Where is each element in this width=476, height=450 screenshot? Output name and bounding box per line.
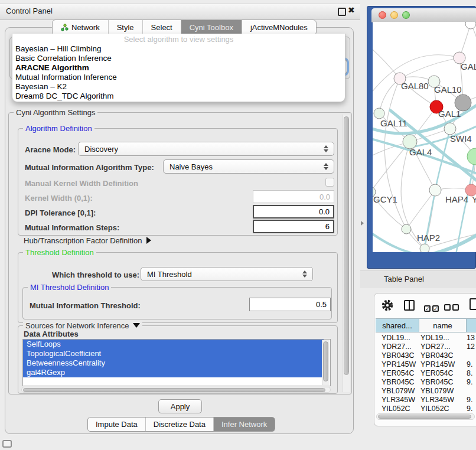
- table-column-header[interactable]: shared...: [376, 318, 419, 332]
- tab-cyni-toolbox[interactable]: Cyni Toolbox: [181, 20, 242, 35]
- manual-kernel-checkbox[interactable]: [325, 178, 334, 187]
- stepper-arrows-icon: [324, 162, 328, 171]
- file-icon[interactable]: [470, 298, 476, 310]
- settings-scrollbar-thumb[interactable]: [344, 116, 349, 375]
- algorithm-menu-item[interactable]: Dream8 DC_TDC Algorithm: [12, 92, 345, 101]
- close-window-icon[interactable]: [379, 11, 386, 19]
- network-icon: [61, 24, 69, 31]
- attribute-list-item[interactable]: gal4RGexp: [23, 368, 324, 377]
- deselect-all-icon[interactable]: [444, 302, 459, 313]
- table-row[interactable]: YBR043CYBR043C: [376, 351, 476, 360]
- sources-group-title[interactable]: Sources for Network Inference: [23, 321, 142, 330]
- mi-type-combobox[interactable]: Naive Bayes: [163, 159, 334, 174]
- network-node[interactable]: [420, 244, 429, 252]
- tab-style[interactable]: Style: [108, 20, 142, 35]
- table-cell: YPR145W: [420, 360, 467, 369]
- sources-horizontal-scrollbar[interactable]: [21, 387, 331, 393]
- settings-vertical-scrollbar[interactable]: [343, 115, 350, 392]
- table-row[interactable]: YIL052CYIL052C9.: [376, 405, 476, 413]
- tab-infer-network[interactable]: Infer Network: [213, 418, 275, 431]
- table-row[interactable]: YER054CYER054C8.: [376, 369, 476, 378]
- table-header-row: shared...name: [376, 318, 476, 332]
- network-node[interactable]: [465, 22, 476, 29]
- network-node[interactable]: [467, 148, 476, 165]
- mi-steps-field[interactable]: 6: [253, 220, 334, 233]
- tab-discretize-data[interactable]: Discretize Data: [145, 418, 213, 431]
- table-row[interactable]: YDR27...YDR27...12: [376, 343, 476, 351]
- stepper-arrows-icon: [302, 270, 307, 278]
- checked-box-icon: ✓: [424, 305, 431, 312]
- network-node[interactable]: [444, 123, 456, 135]
- network-node-label: Y: [472, 194, 476, 204]
- table-column-header[interactable]: [467, 318, 476, 332]
- table-row[interactable]: YBR045CYBR045C9.: [376, 378, 476, 387]
- sources-hscrollbar-thumb[interactable]: [23, 388, 325, 392]
- dropdown-prompt: Select algorithm to view settings: [12, 34, 345, 44]
- settings-gear-icon[interactable]: [381, 299, 394, 312]
- table-row[interactable]: YDL19...YDL19...13: [376, 334, 476, 343]
- algorithm-menu-item[interactable]: Bayesian – Hill Climbing: [12, 44, 345, 54]
- float-window-icon[interactable]: [338, 8, 346, 16]
- table-row[interactable]: YLR345WYLR345W9.: [376, 396, 476, 405]
- algorithm-menu-item[interactable]: ARACNE Algorithm: [12, 63, 345, 73]
- table-cell: YDL19...: [382, 334, 419, 343]
- table-cell: YLR345W: [382, 396, 419, 405]
- tab-network-label: Network: [71, 23, 100, 32]
- aracne-mode-combobox[interactable]: Discovery: [78, 142, 334, 156]
- minimize-window-icon[interactable]: [390, 11, 398, 19]
- network-edge[interactable]: [384, 79, 406, 229]
- apply-button[interactable]: Apply: [158, 399, 202, 413]
- dropdown-items: Bayesian – Hill ClimbingBasic Correlatio…: [12, 44, 345, 102]
- table-horizontal-scrollbar[interactable]: [376, 413, 475, 420]
- network-node-label: SWI4: [450, 133, 472, 144]
- table-column-header[interactable]: name: [419, 318, 467, 332]
- list-scrollbar-thumb[interactable]: [323, 341, 328, 381]
- network-node[interactable]: [429, 184, 441, 196]
- attribute-list-item[interactable]: BetweennessCentrality: [23, 358, 324, 368]
- table-row[interactable]: YBL079WYBL079W: [376, 387, 476, 396]
- control-panel-titlebar: [0, 4, 360, 20]
- checked-box-icon: ✓: [432, 305, 439, 312]
- network-node[interactable]: [402, 224, 411, 234]
- network-node-label: GAL10: [434, 84, 462, 94]
- network-graph[interactable]: GALGAL80GAL10GAL1GAL11SWI4GAL4GCY1HAP4YH…: [373, 22, 476, 252]
- network-node[interactable]: [374, 108, 384, 119]
- network-node-label: GAL4: [409, 147, 432, 157]
- close-panel-icon[interactable]: ✖: [348, 5, 355, 15]
- table-cell: YER054C: [382, 369, 419, 378]
- which-threshold-combobox[interactable]: MI Threshold: [141, 267, 313, 281]
- network-canvas[interactable]: GALGAL80GAL10GAL1GAL11SWI4GAL4GCY1HAP4YH…: [373, 22, 476, 252]
- network-window-titlebar[interactable]: [371, 8, 476, 22]
- table-hscrollbar-thumb[interactable]: [378, 415, 471, 419]
- select-all-icon[interactable]: ✓✓: [424, 302, 439, 313]
- dpi-tolerance-field[interactable]: 0.0: [253, 205, 334, 219]
- table-cell: YDR27...: [382, 343, 419, 351]
- mi-threshold-group-title: MI Threshold Definition: [28, 283, 111, 292]
- algorithm-menu-item[interactable]: Bayesian – K2: [12, 82, 345, 92]
- tab-jactivemnodules[interactable]: jActiveMNodules: [242, 20, 316, 35]
- algorithm-menu-item[interactable]: Basic Correlation Inference: [12, 54, 345, 63]
- splitter-collapse-arrow[interactable]: [361, 221, 364, 226]
- network-edge[interactable]: [373, 45, 400, 79]
- column-layout-icon[interactable]: [404, 300, 415, 311]
- hub-section-toggle[interactable]: Hub/Transcription Factor Definition: [24, 236, 151, 245]
- tab-network[interactable]: Network: [53, 20, 108, 35]
- kernel-width-label: Kernel Width (0,1):: [25, 194, 93, 203]
- table-cell: 8.: [467, 369, 476, 378]
- table-row[interactable]: YPR145WYPR145W9.: [376, 360, 476, 369]
- kernel-width-field[interactable]: 0.0: [253, 190, 334, 203]
- list-vertical-scrollbar[interactable]: [322, 340, 330, 385]
- zoom-window-icon[interactable]: [402, 11, 410, 19]
- mi-threshold-label: Mutual Information Threshold:: [30, 301, 141, 310]
- tab-impute-data[interactable]: Impute Data: [88, 418, 145, 431]
- table-cell: 13: [467, 334, 476, 343]
- attribute-list-item[interactable]: TopologicalCoefficient: [23, 349, 324, 358]
- mi-threshold-field[interactable]: 0.5: [249, 298, 331, 311]
- docked-panel-icon[interactable]: [2, 440, 12, 448]
- attribute-list-item[interactable]: SelfLoops: [23, 340, 324, 349]
- algorithm-dropdown-menu: Select algorithm to view settings Bayesi…: [12, 34, 345, 102]
- network-edge[interactable]: [400, 58, 459, 79]
- network-node-label: GAL80: [401, 81, 429, 91]
- tab-select[interactable]: Select: [142, 20, 181, 35]
- algorithm-menu-item[interactable]: Mutual Information Inference: [12, 73, 345, 82]
